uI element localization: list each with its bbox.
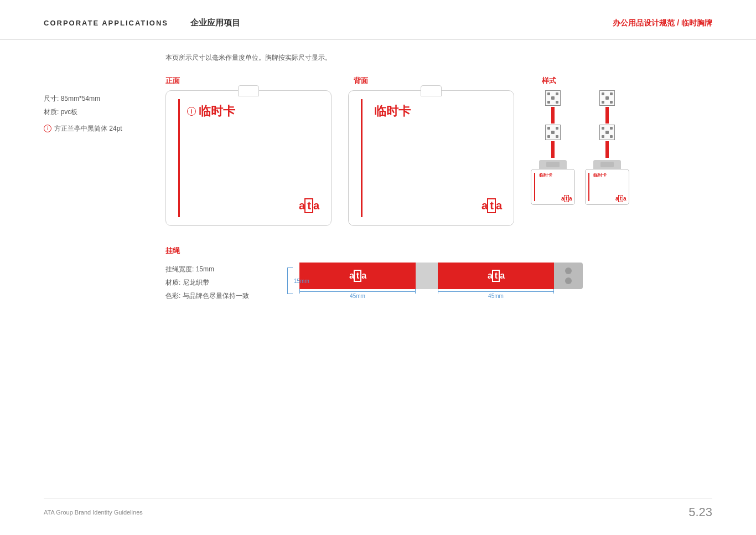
header-right-text: 办公用品设计规范 / 临时胸牌 bbox=[613, 18, 712, 28]
lanyard-bar-row: ata ata bbox=[299, 263, 583, 289]
left-panel: 尺寸: 85mm*54mm 材质: pvc板 i 方正兰亭中黑简体 24pt bbox=[44, 53, 165, 302]
ata-small-2: ata bbox=[615, 195, 626, 202]
stripe-left-front bbox=[178, 99, 180, 217]
tick-right-1 bbox=[415, 289, 416, 294]
badge-front-logo: ata bbox=[299, 196, 319, 213]
lanyard-section: 挂绳 挂绳宽度: 15mm 材质: 尼龙织带 色彩: 与品牌色尽量保持一致 15… bbox=[165, 246, 712, 302]
width-bracket bbox=[287, 268, 293, 294]
footer-left-text: ATA Group Brand Identity Guidelines bbox=[44, 509, 143, 516]
info-icon: i bbox=[44, 125, 51, 132]
dim-line-2 bbox=[438, 291, 554, 292]
dim-label-1: 45mm bbox=[350, 293, 365, 299]
lanyard-segment-gap bbox=[416, 263, 438, 289]
badge-front: i 临时卡 ata bbox=[165, 90, 332, 226]
lanyard-connector bbox=[554, 263, 583, 289]
dim-labels-row: 45mm 45mm bbox=[299, 291, 583, 299]
lanyard-bars: ata ata bbox=[299, 263, 583, 299]
footer-page-number: 5.23 bbox=[688, 505, 712, 519]
subtitle-text: 本页所示尺寸以毫米作量度单位。胸牌按实际尺寸显示。 bbox=[165, 53, 712, 63]
stripe-left-back bbox=[361, 99, 363, 217]
main-panel: 本页所示尺寸以毫米作量度单位。胸牌按实际尺寸显示。 正面 背面 样式 i 临时卡 bbox=[165, 53, 712, 302]
badge-back-content: 临时卡 ata bbox=[349, 91, 514, 225]
dim-line-1 bbox=[299, 291, 416, 292]
spec-font: i 方正兰亭中黑简体 24pt bbox=[44, 124, 165, 133]
qr-mid-1 bbox=[545, 125, 561, 140]
ata-lanyard-box-1: t bbox=[354, 270, 361, 282]
connector-circle-1 bbox=[565, 268, 572, 274]
lanyard-left-specs: 挂绳宽度: 15mm 材质: 尼龙织带 色彩: 与品牌色尽量保持一致 bbox=[165, 263, 287, 302]
header: CORPORATE APPLICATIONS 企业应用项目 办公用品设计规范 /… bbox=[0, 0, 756, 40]
ata-logo-back: ata bbox=[481, 198, 501, 213]
back-label: 背面 bbox=[354, 76, 525, 86]
style-label: 样式 bbox=[542, 76, 697, 86]
small-badge-1: 临时卡 ata bbox=[531, 169, 575, 205]
section-labels: 正面 背面 样式 bbox=[165, 76, 712, 86]
lanyard-segment-1: ata bbox=[299, 263, 416, 289]
badge-front-temp-text: 临时卡 bbox=[199, 103, 235, 120]
small-badge-bottom-2: ata bbox=[615, 195, 626, 202]
ata-lanyard-2: ata bbox=[488, 270, 504, 282]
dim-2-wrapper: 45mm bbox=[438, 291, 554, 299]
clip-1 bbox=[539, 160, 567, 169]
small-badge-top-2: 临时卡 bbox=[593, 172, 626, 178]
style-col-1: 临时卡 ata bbox=[531, 90, 575, 205]
clip-inner-2 bbox=[600, 162, 614, 167]
width-label: 15mm bbox=[294, 278, 309, 284]
width-indicator: 15mm bbox=[287, 268, 293, 294]
small-badge-stripe-2 bbox=[588, 173, 589, 201]
tick-left-1 bbox=[299, 289, 300, 294]
dim-1-wrapper: 45mm bbox=[299, 291, 416, 299]
info-icon-badge: i bbox=[187, 107, 196, 116]
qr-mid-2 bbox=[599, 125, 615, 140]
lanyard-color: 色彩: 与品牌色尽量保持一致 bbox=[165, 289, 287, 302]
cn-title: 企业应用项目 bbox=[190, 18, 240, 28]
small-badge-bottom-1: ata bbox=[561, 195, 572, 202]
small-badge-stripe-1 bbox=[534, 173, 535, 201]
lanyard-content-row: 挂绳宽度: 15mm 材质: 尼龙织带 色彩: 与品牌色尽量保持一致 15mm bbox=[165, 263, 712, 302]
ata-box-back: t bbox=[487, 198, 496, 213]
spec-size: 尺寸: 85mm*54mm bbox=[44, 92, 165, 105]
ata-box-sm-1: t bbox=[564, 195, 569, 202]
ata-box-front: t bbox=[304, 198, 313, 213]
tick-right-2 bbox=[553, 289, 554, 294]
main-content: 尺寸: 85mm*54mm 材质: pvc板 i 方正兰亭中黑简体 24pt 本… bbox=[0, 40, 756, 325]
lanyard-width-spec: 挂绳宽度: 15mm bbox=[165, 263, 287, 276]
cards-row: i 临时卡 ata bbox=[165, 90, 712, 226]
badge-back-top: 临时卡 bbox=[370, 103, 411, 120]
dim-label-2: 45mm bbox=[488, 293, 504, 299]
ata-box-sm-2: t bbox=[618, 195, 623, 202]
small-badge-top-1: 临时卡 bbox=[539, 172, 572, 178]
badge-front-top: i 临时卡 bbox=[187, 103, 235, 120]
clip-2 bbox=[593, 160, 621, 169]
badge-back-temp-text: 临时卡 bbox=[374, 103, 411, 120]
lanyard-cord-top-2 bbox=[605, 107, 609, 124]
qr-top-1 bbox=[545, 90, 561, 106]
front-label: 正面 bbox=[165, 76, 337, 86]
ata-small-1: ata bbox=[561, 195, 572, 202]
tick-left-2 bbox=[438, 289, 438, 294]
qr-top-2 bbox=[599, 90, 615, 106]
badge-front-content: i 临时卡 ata bbox=[166, 91, 331, 225]
page: CORPORATE APPLICATIONS 企业应用项目 办公用品设计规范 /… bbox=[0, 0, 756, 535]
lanyard-cord-top-1 bbox=[551, 107, 555, 124]
qr-group-2 bbox=[599, 90, 615, 158]
ata-logo-front: ata bbox=[299, 198, 319, 213]
badge-back-logo: ata bbox=[481, 196, 501, 213]
spec-material: 材质: pvc板 bbox=[44, 105, 165, 119]
lanyard-cord-mid-1 bbox=[551, 141, 555, 158]
style-col-2: 临时卡 ata bbox=[585, 90, 629, 205]
connector-circle-2 bbox=[565, 277, 572, 284]
style-previews: 临时卡 ata bbox=[531, 90, 629, 205]
ata-lanyard-box-2: t bbox=[492, 270, 500, 282]
lanyard-material: 材质: 尼龙织带 bbox=[165, 276, 287, 289]
badge-back: 临时卡 ata bbox=[348, 90, 514, 226]
header-left: CORPORATE APPLICATIONS 企业应用项目 bbox=[44, 18, 240, 28]
lanyard-segment-2: ata bbox=[438, 263, 554, 289]
lanyard-label: 挂绳 bbox=[165, 246, 712, 256]
footer: ATA Group Brand Identity Guidelines 5.23 bbox=[44, 498, 712, 519]
clip-inner-1 bbox=[546, 162, 560, 167]
lanyard-cord-mid-2 bbox=[605, 141, 609, 158]
ata-lanyard-1: ata bbox=[349, 270, 366, 282]
corp-applications-title: CORPORATE APPLICATIONS bbox=[44, 19, 168, 27]
dim-gap bbox=[416, 291, 438, 299]
